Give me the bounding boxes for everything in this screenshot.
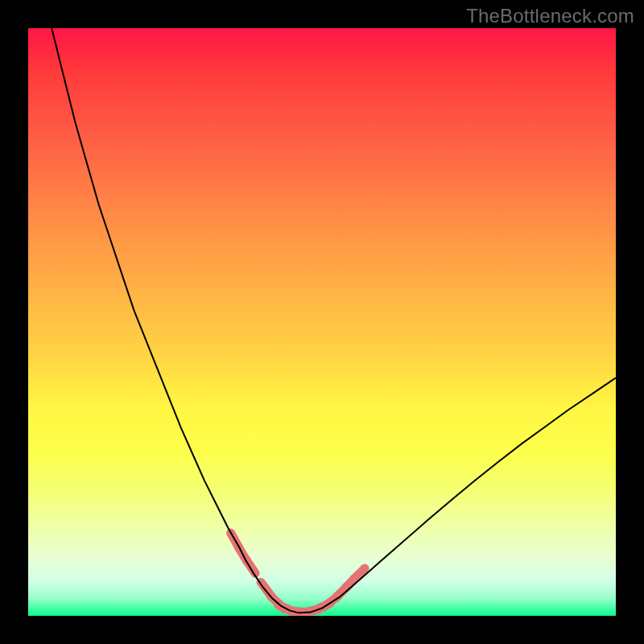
- curve-overlay: [28, 28, 616, 616]
- highlighted-minimum: [231, 533, 365, 613]
- chart-frame: TheBottleneck.com: [0, 0, 644, 644]
- bottleneck-curve: [52, 28, 616, 613]
- watermark-text: TheBottleneck.com: [466, 5, 634, 27]
- highlight-dash: [352, 568, 365, 581]
- plot-area: [28, 28, 616, 616]
